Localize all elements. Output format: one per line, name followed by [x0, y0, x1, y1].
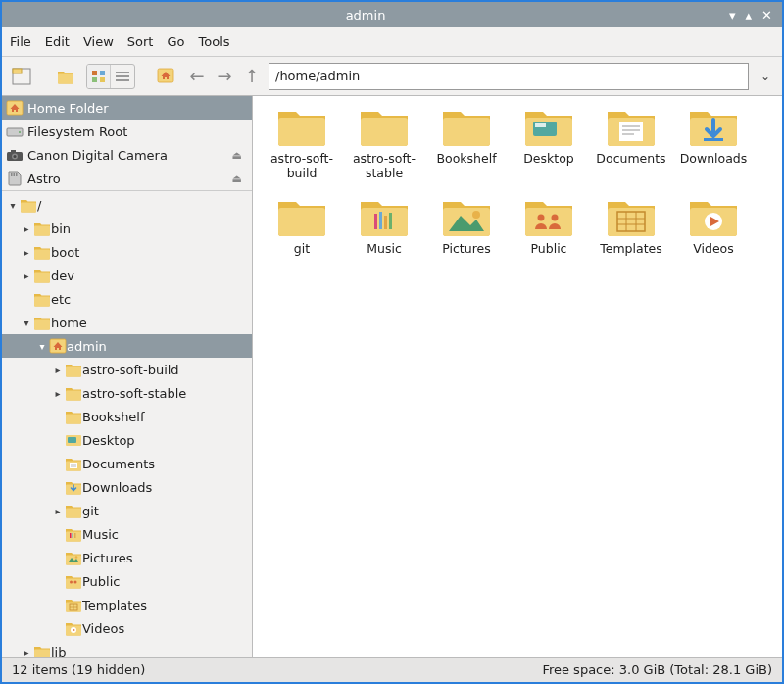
- place-astro[interactable]: Astro ⏏: [2, 167, 252, 190]
- sdcard-icon: [6, 171, 24, 186]
- pictures-folder-icon: [439, 194, 494, 237]
- menu-edit[interactable]: Edit: [45, 34, 70, 49]
- svg-point-13: [19, 131, 21, 133]
- file-item-pictures[interactable]: Pictures: [427, 194, 506, 256]
- tree-node-videos[interactable]: Videos: [2, 616, 252, 640]
- close-button[interactable]: ✕: [761, 8, 772, 23]
- menu-view[interactable]: View: [83, 34, 114, 49]
- tree-label: bin: [51, 221, 71, 236]
- path-history-dropdown[interactable]: ⌄: [755, 70, 776, 83]
- tree-node-templates[interactable]: Templates: [2, 593, 252, 616]
- chevron-right-icon: ▸: [20, 270, 33, 281]
- file-item-templates[interactable]: Templates: [592, 194, 670, 256]
- file-item-downloads[interactable]: Downloads: [674, 104, 753, 180]
- svg-rect-4: [13, 69, 22, 73]
- back-button[interactable]: ←: [186, 66, 208, 86]
- tree-node-admin[interactable]: ▾admin: [2, 334, 252, 358]
- tree-node-public[interactable]: Public: [2, 569, 252, 593]
- public-folder-icon: [65, 573, 82, 589]
- tree-node-dev[interactable]: ▸dev: [2, 264, 252, 287]
- path-entry[interactable]: [269, 63, 749, 90]
- maximize-button[interactable]: ▴: [746, 8, 753, 23]
- icon-view-button[interactable]: [87, 65, 111, 88]
- file-label: Pictures: [442, 241, 491, 256]
- svg-rect-43: [374, 214, 377, 229]
- places-toggle-button[interactable]: [53, 63, 80, 90]
- tree-label: git: [82, 504, 99, 518]
- file-item-astro-soft-build[interactable]: astro-soft-build: [263, 104, 341, 180]
- file-item-music[interactable]: Music: [345, 194, 423, 256]
- chevron-down-icon: ▾: [20, 318, 33, 328]
- tree-label: Music: [82, 527, 119, 542]
- svg-rect-28: [74, 533, 76, 538]
- file-item-public[interactable]: Public: [510, 194, 588, 256]
- folder-view[interactable]: astro-soft-build astro-soft-stable Books…: [253, 96, 782, 657]
- home-icon: [49, 338, 67, 354]
- place-camera[interactable]: Canon Digital Camera ⏏: [2, 143, 252, 167]
- tree-node-music[interactable]: Music: [2, 522, 252, 546]
- file-label: Videos: [693, 241, 734, 256]
- menu-tools[interactable]: Tools: [199, 34, 230, 49]
- tree-node-git[interactable]: ▸git: [2, 499, 252, 522]
- up-button[interactable]: ↑: [241, 66, 263, 86]
- svg-point-47: [472, 211, 480, 219]
- tree-node-astro-soft-stable[interactable]: ▸astro-soft-stable: [2, 381, 252, 405]
- tree-node-boot[interactable]: ▸boot: [2, 240, 252, 264]
- tree-node-pictures[interactable]: Pictures: [2, 546, 252, 569]
- file-label: Music: [367, 241, 402, 256]
- templates-folder-icon: [65, 597, 82, 612]
- list-view-button[interactable]: [111, 65, 134, 88]
- path-input[interactable]: [275, 69, 742, 83]
- menu-go[interactable]: Go: [167, 34, 184, 49]
- file-item-desktop[interactable]: Desktop: [510, 104, 588, 180]
- tree-node-root[interactable]: ▾/: [2, 193, 252, 217]
- documents-folder-icon: [65, 456, 82, 471]
- file-item-bookshelf[interactable]: Bookshelf: [427, 104, 506, 180]
- menu-sort[interactable]: Sort: [127, 34, 154, 49]
- tree-node-downloads[interactable]: Downloads: [2, 475, 252, 499]
- downloads-folder-icon: [65, 479, 82, 495]
- chevron-right-icon: ▸: [51, 388, 65, 399]
- svg-rect-26: [70, 533, 72, 538]
- tree-node-documents[interactable]: Documents: [2, 452, 252, 475]
- folder-icon: [33, 315, 51, 330]
- tree-node-astro-soft-build[interactable]: ▸astro-soft-build: [2, 358, 252, 381]
- tree-node-desktop[interactable]: Desktop: [2, 428, 252, 452]
- file-item-astro-soft-stable[interactable]: astro-soft-stable: [345, 104, 423, 180]
- svg-rect-15: [11, 150, 16, 153]
- tree-node-lib[interactable]: ▸lib: [2, 640, 252, 657]
- forward-button[interactable]: →: [214, 66, 235, 86]
- file-item-documents[interactable]: Documents: [592, 104, 670, 180]
- pictures-folder-icon: [65, 550, 82, 565]
- svg-rect-40: [622, 129, 640, 131]
- eject-icon[interactable]: ⏏: [232, 172, 248, 185]
- minimize-button[interactable]: ▾: [729, 8, 736, 23]
- file-label: astro-soft-build: [263, 151, 341, 180]
- place-label: Filesystem Root: [27, 124, 127, 139]
- svg-rect-45: [384, 216, 387, 229]
- file-item-git[interactable]: git: [263, 194, 341, 256]
- svg-rect-5: [92, 71, 97, 75]
- place-filesystem-root[interactable]: Filesystem Root: [2, 120, 252, 143]
- place-home-folder[interactable]: Home Folder: [2, 96, 252, 120]
- place-label: Canon Digital Camera: [27, 148, 168, 163]
- new-tab-button[interactable]: [8, 63, 35, 90]
- statusbar: 12 items (19 hidden) Free space: 3.0 GiB…: [2, 657, 782, 682]
- tree-label: admin: [67, 339, 107, 354]
- music-folder-icon: [65, 526, 82, 542]
- eject-icon[interactable]: ⏏: [232, 149, 248, 162]
- file-label: Public: [531, 241, 567, 256]
- chevron-right-icon: ▸: [20, 247, 33, 258]
- file-label: astro-soft-stable: [345, 151, 423, 180]
- folder-icon: [274, 104, 329, 147]
- tree-node-etc[interactable]: etc: [2, 287, 252, 311]
- camera-icon: [6, 147, 24, 163]
- tree-node-home[interactable]: ▾home: [2, 311, 252, 334]
- menu-file[interactable]: File: [10, 34, 31, 49]
- file-item-videos[interactable]: Videos: [674, 194, 753, 256]
- home-button[interactable]: [153, 63, 180, 90]
- tree-label: lib: [51, 645, 66, 658]
- tree-node-bookshelf[interactable]: Bookshelf: [2, 405, 252, 428]
- tree-node-bin[interactable]: ▸bin: [2, 217, 252, 240]
- desktop-folder-icon: [521, 104, 576, 147]
